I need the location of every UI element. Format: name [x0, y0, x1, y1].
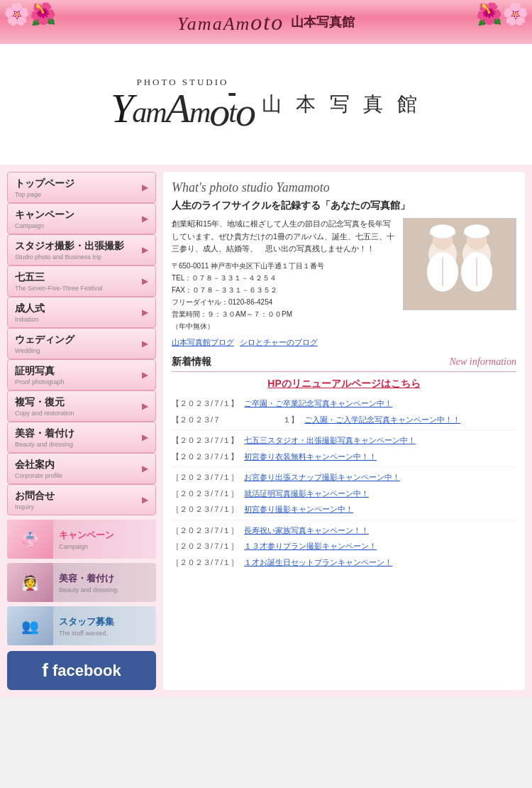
nav-arrow-9: ▶: [142, 464, 148, 474]
nav-item-jp-9: 会社案内: [15, 459, 62, 471]
news-date-9: ［２０２３/７/１］: [172, 557, 238, 569]
top-photo-area: [403, 218, 516, 349]
nav-item-jp-4: 成人式: [15, 302, 45, 315]
nav-arrow-0: ▶: [142, 182, 148, 192]
news-date-2: 【２０２３/７/１】: [172, 434, 238, 447]
nav-arrow-2: ▶: [142, 245, 148, 255]
nav-item-text-9: 会社案内 Corporate profile: [15, 459, 62, 479]
two-column-layout: トップページ Top page ▶ キャンペーン Campaign ▶ スタジオ…: [7, 172, 525, 690]
nav-arrow-3: ▶: [142, 276, 148, 286]
news-item-0: 【２０２３/７/１】ご卒園・ご卒業記念写真キャンペーン中！: [172, 398, 516, 410]
news-link-8[interactable]: １３才参りプラン撮影キャンペーン！: [244, 540, 377, 552]
nav-arrow-5: ▶: [142, 339, 148, 349]
postal: 〒650-0011 神戸市中央区下山手通１丁目１番号: [172, 260, 396, 272]
blog-link-2[interactable]: シロとチャーのブログ: [240, 336, 318, 349]
sidebar-banner-campaign[interactable]: 👘 キャンペーン Campaign: [7, 520, 156, 559]
news-link-0[interactable]: ご卒園・ご卒業記念写真キャンペーン中！: [244, 398, 392, 410]
news-header: 新着情報 New information: [172, 356, 516, 372]
top-description: 創業昭和15年、地域に根ざして人生の節目の記念写真を長年写しています。ぜひ貴方だ…: [172, 218, 396, 349]
nav-item-3[interactable]: 七五三 The Seven-Five-Three Festival ▶: [7, 266, 156, 297]
svg-rect-9: [464, 231, 489, 234]
campaign-label-jp: キャンペーン: [59, 529, 150, 542]
logo-script: PHOTO STUDIO YamAmoto: [111, 77, 255, 130]
nav-item-0[interactable]: トップページ Top page ▶: [7, 172, 156, 203]
beauty-label-en: Beauty and dressing.: [59, 586, 150, 593]
nav-item-en-4: Initiation: [15, 316, 45, 323]
nav-item-text-8: 美容・着付け Beauty and dressing: [15, 427, 74, 448]
nav-item-en-2: Studio photo and Business trip: [15, 253, 124, 261]
nav-item-1[interactable]: キャンペーン Campaign ▶: [7, 203, 156, 234]
news-date-7: ［２０２３/７/１］: [172, 525, 238, 537]
news-date-8: ［２０２３/７/１］: [172, 540, 238, 552]
nav-item-jp-3: 七五三: [15, 271, 103, 284]
blog-link-1[interactable]: 山本写真館ブログ: [172, 336, 234, 349]
nav-item-9[interactable]: 会社案内 Corporate profile ▶: [7, 453, 156, 484]
nav-item-7[interactable]: 複写・復元 Copy and restoration ▶: [7, 390, 156, 422]
news-divider-6: [172, 520, 516, 520]
sidebar-banner-beauty-text: 美容・着付け Beauty and dressing.: [53, 569, 156, 597]
nav-arrow-4: ▶: [142, 307, 148, 317]
sidebar: トップページ Top page ▶ キャンペーン Campaign ▶ スタジオ…: [7, 172, 156, 690]
news-divider-1: [172, 429, 516, 430]
news-en-label: New information: [449, 356, 516, 368]
main-content: トップページ Top page ▶ キャンペーン Campaign ▶ スタジオ…: [0, 165, 532, 697]
news-item-9: ［２０２３/７/１］１才お誕生日セットプランキャンペーン！: [172, 557, 516, 569]
renewal-link-area: HPのリニューアルページはこちら: [172, 378, 516, 390]
news-divider-3: [172, 466, 516, 467]
address-block: 〒650-0011 神戸市中央区下山手通１丁目１番号 TEL：０７８－３３１－４…: [172, 260, 396, 332]
news-link-1[interactable]: ご入園・ご入学記念写真キャンペーン中！！: [304, 414, 460, 426]
logo-script-block: PHOTO STUDIO YamAmoto: [111, 77, 255, 132]
nav-item-en-8: Beauty and dressing: [15, 441, 74, 448]
sidebar-banner-beauty[interactable]: 👰 美容・着付け Beauty and dressing.: [7, 563, 156, 602]
nav-item-en-7: Copy and restoration: [15, 410, 74, 417]
description-text: 創業昭和15年、地域に根ざして人生の節目の記念写真を長年写しています。ぜひ貴方だ…: [172, 218, 396, 256]
baby-photo: [403, 218, 516, 310]
staff-label-en: The staff wanted.: [59, 630, 150, 637]
nav-item-en-5: Wedding: [15, 347, 74, 354]
nav-item-6[interactable]: 証明写真 Proof photograph ▶: [7, 359, 156, 390]
free-dial: フリーダイヤル：0120-86-4254: [172, 296, 396, 308]
news-link-9[interactable]: １才お誕生日セットプランキャンペーン！: [244, 557, 392, 569]
news-link-6[interactable]: 初宮参り撮影キャンペーン中！: [244, 503, 353, 515]
facebook-label: facebook: [52, 662, 121, 680]
news-date-0: 【２０２３/７/１】: [172, 398, 238, 410]
facebook-button[interactable]: f facebook: [7, 651, 156, 690]
nav-item-text-2: スタジオ撮影・出張撮影 Studio photo and Business tr…: [15, 240, 124, 261]
news-date-3: 【２０２３/７/１】: [172, 451, 238, 463]
news-link-3[interactable]: 初宮参り衣装無料キャンペーン中！！: [244, 451, 377, 463]
header-logo-script: YamaAmoto: [177, 9, 284, 35]
nav-item-10[interactable]: お問合せ Inquiry ▶: [7, 484, 156, 515]
tel: TEL：０７８－３３１－４２５４: [172, 272, 396, 284]
header-banner: 🌸🌺 YamaAmoto 山本写真館 🌺🌸: [0, 0, 532, 44]
news-link-2[interactable]: 七五三スタジオ・出張撮影写真キャンペーン中！: [244, 434, 416, 447]
whats-title: What's photo studio Yamamoto: [172, 180, 516, 195]
news-link-7[interactable]: 長寿祝い家族写真キャンペーン！！: [244, 525, 369, 537]
nav-arrow-8: ▶: [142, 432, 148, 442]
nav-items-container: トップページ Top page ▶ キャンペーン Campaign ▶ スタジオ…: [7, 172, 156, 515]
facebook-f-icon: f: [42, 660, 48, 682]
sidebar-banner-staff[interactable]: 👥 スタッフ募集 The staff wanted.: [7, 606, 156, 645]
nav-item-en-1: Campaign: [15, 222, 74, 229]
news-date-1: 【２０２３/７ １】: [172, 414, 299, 426]
news-link-5[interactable]: 就活証明写真撮影キャンペーン中！: [244, 488, 369, 500]
news-item-4: ［２０２３/７/１］お宮参り出張スナップ撮影キャンペーン中！: [172, 471, 516, 483]
staff-label-jp: スタッフ募集: [59, 615, 150, 628]
news-item-6: ［２０２３/７/１］初宮参り撮影キャンペーン中！: [172, 503, 516, 515]
news-item-8: ［２０２３/７/１］１３才参りプラン撮影キャンペーン！: [172, 540, 516, 552]
nav-item-jp-8: 美容・着付け: [15, 427, 74, 440]
news-item-2: 【２０２３/７/１】七五三スタジオ・出張撮影写真キャンペーン中！: [172, 434, 516, 447]
nav-item-jp-1: キャンペーン: [15, 209, 74, 221]
news-jp-label: 新着情報: [172, 356, 211, 368]
beauty-label-jp: 美容・着付け: [59, 572, 150, 585]
renewal-link[interactable]: HPのリニューアルページはこちら: [267, 378, 420, 389]
staff-thumbnail: 👥: [7, 606, 53, 645]
svg-rect-1: [404, 219, 516, 310]
news-item-5: ［２０２３/７/１］就活証明写真撮影キャンペーン中！: [172, 488, 516, 500]
nav-item-8[interactable]: 美容・着付け Beauty and dressing ▶: [7, 422, 156, 453]
whats-subtitle: 人生のライフサイクルを記録する「あなたの写真館」: [172, 199, 516, 212]
news-link-4[interactable]: お宮参り出張スナップ撮影キャンペーン中！: [244, 471, 400, 483]
nav-item-5[interactable]: ウェディング Wedding ▶: [7, 328, 156, 359]
nav-item-4[interactable]: 成人式 Initiation ▶: [7, 297, 156, 328]
nav-item-2[interactable]: スタジオ撮影・出張撮影 Studio photo and Business tr…: [7, 234, 156, 266]
main-logo-area: PHOTO STUDIO YamAmoto 山 本 写 真 館: [0, 44, 532, 165]
